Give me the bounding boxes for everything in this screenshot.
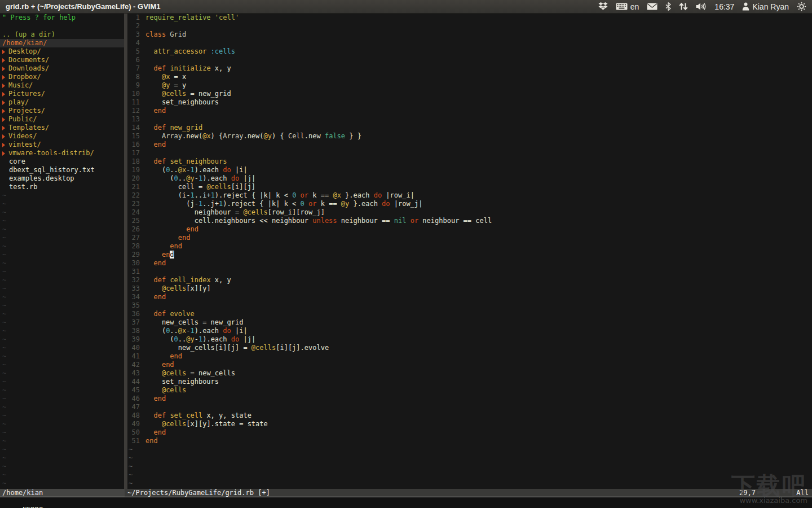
code-line[interactable]: 21 cell = @cells[i][j]	[127, 183, 812, 191]
code-line[interactable]: 49 @cells[x][y].state = state	[127, 420, 812, 428]
code-line[interactable]: 30 end	[127, 259, 812, 268]
code-line[interactable]: 32 def cell_index x, y	[127, 276, 812, 284]
bluetooth-icon[interactable]	[665, 2, 671, 11]
code-line[interactable]: 11 set_neighbours	[127, 98, 812, 107]
code-line[interactable]: 40 new_cells[i][j] = @cells[i][j].evolve	[127, 344, 812, 352]
collapsed-arrow-icon[interactable]	[2, 151, 5, 156]
code-line[interactable]: 24 neighbour = @cells[row_i][row_j]	[127, 208, 812, 217]
nerdtree-dir-projects[interactable]: Projects/	[0, 107, 124, 115]
code-line[interactable]: 46 end	[127, 395, 812, 403]
code-line[interactable]: 10 @cells = new_grid	[127, 90, 812, 98]
mail-icon[interactable]	[647, 3, 657, 10]
code-line[interactable]: 51end	[127, 437, 812, 445]
code-line[interactable]: 14 def new_grid	[127, 124, 812, 132]
line-number: 33	[127, 284, 140, 293]
collapsed-arrow-icon[interactable]	[2, 117, 5, 122]
code-line[interactable]: 27 end	[127, 234, 812, 242]
code-line[interactable]: 1require_relative 'cell'	[127, 14, 812, 22]
collapsed-arrow-icon[interactable]	[2, 100, 5, 105]
line-number: 37	[127, 318, 140, 327]
code-line[interactable]: 17	[127, 149, 812, 157]
nerdtree-dir-desktop[interactable]: Desktop/	[0, 47, 124, 56]
collapsed-arrow-icon[interactable]	[2, 143, 5, 147]
code-line[interactable]: 36 def evolve	[127, 310, 812, 318]
network-updown-icon[interactable]	[679, 2, 688, 11]
code-line[interactable]: 19 (0..@x-1).each do |i|	[127, 166, 812, 174]
command-line[interactable]: :NERDTree	[0, 497, 812, 508]
code-line[interactable]: 42 end	[127, 361, 812, 369]
nerdtree-root-path[interactable]: /home/kian/	[0, 39, 124, 47]
code-line[interactable]: 18 def set_neighbours	[127, 157, 812, 166]
code-pane[interactable]: 1require_relative 'cell'23class Grid45 a…	[127, 14, 812, 489]
nerdtree-up-dir[interactable]: .. (up a dir)	[0, 30, 124, 39]
nerdtree-dir-documents[interactable]: Documents/	[0, 56, 124, 64]
collapsed-arrow-icon[interactable]	[2, 134, 5, 139]
nerdtree-file-examplesdesktop[interactable]: examples.desktop	[0, 174, 124, 183]
sidebar-filler-tilde: ~	[0, 395, 124, 403]
code-line[interactable]: 45 @cells	[127, 386, 812, 395]
code-line[interactable]: 38 (0..@x-1).each do |i|	[127, 327, 812, 335]
code-line[interactable]: 13	[127, 115, 812, 124]
code-line[interactable]: 7 def initialize x, y	[127, 64, 812, 73]
code-line[interactable]: 6	[127, 56, 812, 64]
collapsed-arrow-icon[interactable]	[2, 126, 5, 130]
collapsed-arrow-icon[interactable]	[2, 92, 5, 97]
collapsed-arrow-icon[interactable]	[2, 84, 5, 88]
code-line[interactable]: 22 (i-1..i+1).reject { |k| k < 0 or k ==…	[127, 191, 812, 200]
code-line[interactable]: 33 @cells[x][y]	[127, 284, 812, 293]
code-line[interactable]: 50 end	[127, 428, 812, 437]
clock[interactable]: 16:37	[714, 2, 734, 11]
line-number: 36	[127, 310, 140, 318]
collapsed-arrow-icon[interactable]	[2, 75, 5, 80]
code-line[interactable]: 25 cell.neighbours << neighbour unless n…	[127, 217, 812, 225]
code-line[interactable]: 15 Array.new(@x) {Array.new(@y) { Cell.n…	[127, 132, 812, 141]
code-line[interactable]: 23 (j-1..j+1).reject { |k| k < 0 or k ==…	[127, 200, 812, 208]
dropbox-icon[interactable]	[598, 2, 608, 11]
code-line[interactable]: 29 end	[127, 251, 812, 259]
code-line[interactable]: 4	[127, 39, 812, 47]
code-line[interactable]: 47	[127, 403, 812, 411]
nerdtree-dir-pictures[interactable]: Pictures/	[0, 90, 124, 98]
nerdtree-dir-templates[interactable]: Templates/	[0, 124, 124, 132]
nerdtree-file-testrb[interactable]: test.rb	[0, 183, 124, 191]
code-line[interactable]: 39 (0..@y-1).each do |j|	[127, 335, 812, 344]
collapsed-arrow-icon[interactable]	[2, 58, 5, 63]
line-number: 2	[127, 22, 140, 30]
nerdtree-dir-music[interactable]: Music/	[0, 81, 124, 90]
code-line[interactable]: 44 set_neighbours	[127, 378, 812, 386]
nerdtree-dir-downloads[interactable]: Downloads/	[0, 64, 124, 73]
code-line[interactable]: 5 attr_accessor :cells	[127, 47, 812, 56]
code-line[interactable]: 16 end	[127, 141, 812, 149]
keyboard-layout-indicator[interactable]: en	[616, 2, 639, 11]
line-number: 41	[127, 352, 140, 361]
session-gear-icon[interactable]	[797, 2, 806, 11]
code-line[interactable]: 2	[127, 22, 812, 30]
code-line[interactable]: 37 new_cells = new_grid	[127, 318, 812, 327]
nerdtree-dir-vmwaretoolsdistrib[interactable]: vmware-tools-distrib/	[0, 149, 124, 157]
code-line[interactable]: 43 @cells = new_cells	[127, 369, 812, 378]
code-line[interactable]: 26 end	[127, 225, 812, 234]
code-line[interactable]: 3class Grid	[127, 30, 812, 39]
code-line[interactable]: 9 @y = y	[127, 81, 812, 90]
nerdtree-dir-dropbox[interactable]: Dropbox/	[0, 73, 124, 81]
nerdtree-dir-videos[interactable]: Videos/	[0, 132, 124, 141]
user-menu[interactable]: Kian Ryan	[742, 2, 789, 11]
code-line[interactable]: 35	[127, 301, 812, 310]
code-line[interactable]: 8 @x = x	[127, 73, 812, 81]
collapsed-arrow-icon[interactable]	[2, 67, 5, 71]
code-line[interactable]: 31	[127, 268, 812, 276]
code-line[interactable]: 48 def set_cell x, y, state	[127, 411, 812, 420]
code-line[interactable]: 20 (0..@y-1).each do |j|	[127, 174, 812, 183]
volume-icon[interactable]	[696, 2, 707, 11]
code-line[interactable]: 12 end	[127, 107, 812, 115]
collapsed-arrow-icon[interactable]	[2, 109, 5, 113]
nerdtree-file-core[interactable]: core	[0, 157, 124, 166]
nerdtree-dir-public[interactable]: Public/	[0, 115, 124, 124]
code-line[interactable]: 34 end	[127, 293, 812, 301]
code-line[interactable]: 28 end	[127, 242, 812, 251]
nerdtree-dir-vimtest[interactable]: vimtest/	[0, 141, 124, 149]
nerdtree-dir-play[interactable]: play/	[0, 98, 124, 107]
nerdtree-file-dbextsqlhistorytxt[interactable]: dbext_sql_history.txt	[0, 166, 124, 174]
collapsed-arrow-icon[interactable]	[2, 50, 5, 54]
code-line[interactable]: 41 end	[127, 352, 812, 361]
